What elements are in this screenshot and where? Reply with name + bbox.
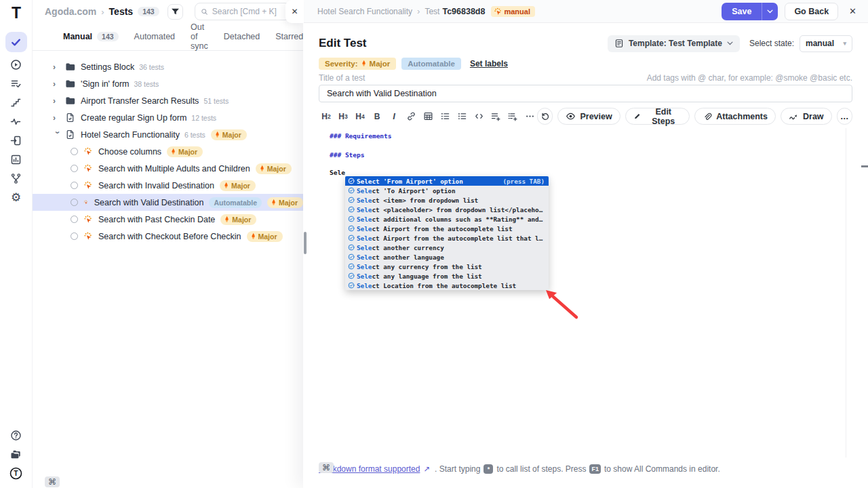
filter-button[interactable] <box>167 4 183 20</box>
format-bullet-list-button[interactable] <box>454 108 469 125</box>
format-italic-button[interactable]: I <box>387 108 401 125</box>
autocomplete-item[interactable]: Select <placeholder> from dropdown list<… <box>345 205 549 214</box>
suite-row[interactable]: ›Settings Block36 tests <box>33 58 303 75</box>
item-text: ct additional columns such as **Rating**… <box>372 216 542 223</box>
format-ordered-list-button[interactable] <box>437 108 452 125</box>
tab-manual[interactable]: Manual143 <box>63 32 119 41</box>
tree-item-meta: 36 tests <box>139 63 164 71</box>
format-add-numbered-steps-button[interactable] <box>505 108 520 125</box>
breadcrumb-suite[interactable]: Hotel Search Functionality <box>317 7 412 16</box>
format-h4-button[interactable]: H4 <box>353 108 368 125</box>
test-row[interactable]: Search with Past Checkin DateMajor <box>33 211 303 228</box>
markdown-help-link[interactable]: Markdown format supported <box>319 464 420 474</box>
severity-badge[interactable]: Severity: Major <box>319 58 396 70</box>
tab-detached[interactable]: Detached <box>224 32 260 41</box>
format-h2-button[interactable]: H2 <box>319 108 334 125</box>
chevron-right-icon[interactable]: › <box>53 96 62 106</box>
test-row[interactable]: Choose columnsMajor <box>33 143 303 160</box>
projects-icon[interactable] <box>5 445 27 464</box>
runs-icon[interactable] <box>5 55 27 74</box>
step-check-icon <box>348 187 355 194</box>
format-add-step-list-button[interactable] <box>488 108 503 125</box>
analytics-icon[interactable] <box>5 112 27 131</box>
step-check-icon <box>348 263 355 270</box>
save-button[interactable]: Save <box>722 3 762 20</box>
save-options-button[interactable] <box>762 3 778 20</box>
autocomplete-item[interactable]: Select <item> from dropdown list <box>345 195 549 205</box>
select-state-label: Select state: <box>749 39 794 48</box>
tree-item-label: Search with Past Checkin Date <box>98 215 215 224</box>
chevron-right-icon[interactable]: › <box>53 113 62 123</box>
autocomplete-item[interactable]: Select any currency from the list <box>345 262 549 271</box>
search-box[interactable] <box>195 3 290 20</box>
automatable-badge[interactable]: Automatable <box>401 58 461 70</box>
flame-icon <box>223 182 229 189</box>
autocomplete-item[interactable]: Select another currency <box>345 243 549 252</box>
autocomplete-item[interactable]: Select Airport from the autocomplete lis… <box>345 233 549 243</box>
suite-row[interactable]: ›Airport Transfer Search Results51 tests <box>33 92 303 109</box>
reports-icon[interactable] <box>5 150 27 169</box>
--button[interactable]: … <box>837 108 852 125</box>
suite-row[interactable]: ›'Sign in' form38 tests <box>33 75 303 92</box>
autocomplete-item[interactable]: Select Location from the autocomplete li… <box>345 281 549 290</box>
format-table-button[interactable] <box>420 108 435 125</box>
test-row[interactable]: Search with Multiple Adults and Children… <box>33 160 303 177</box>
history-button[interactable] <box>537 108 553 125</box>
test-title-input[interactable] <box>319 85 852 102</box>
set-labels-link[interactable]: Set labels <box>470 59 508 68</box>
search-input[interactable] <box>212 7 284 16</box>
state-select[interactable]: manual ▾ <box>800 35 852 52</box>
test-row[interactable]: Search with Valid DestinationAutomatable… <box>33 194 303 211</box>
test-status-circle <box>71 216 78 223</box>
help-icon[interactable] <box>5 426 27 445</box>
breadcrumb-section[interactable]: Tests <box>109 6 134 17</box>
severity-label: Major <box>222 131 241 139</box>
test-plans-icon[interactable] <box>5 74 27 93</box>
draw-button[interactable]: Draw <box>781 108 832 125</box>
markdown-editor[interactable]: ### Requirements ### Steps Sele Select '… <box>319 125 852 458</box>
autocomplete-item[interactable]: Select additional columns such as **Rati… <box>345 214 549 224</box>
pulls-icon[interactable] <box>5 131 27 150</box>
profile-icon[interactable]: T <box>5 464 27 483</box>
tree-item-label: Airport Transfer Search Results <box>81 96 199 106</box>
chevron-down-icon[interactable]: › <box>53 131 62 140</box>
chevron-right-icon[interactable]: › <box>53 79 62 89</box>
edit-steps-button[interactable]: Edit Steps <box>625 108 690 125</box>
test-row[interactable]: Search with Invalid DestinationMajor <box>33 177 303 194</box>
format-more-button[interactable] <box>522 108 537 125</box>
autocomplete-item[interactable]: Select any language from the list <box>345 271 549 281</box>
test-row[interactable]: Search with Checkout Before CheckinMajor <box>33 228 303 245</box>
autocomplete-item[interactable]: Select Airport from the autocomplete lis… <box>345 224 549 233</box>
tree-item-label: 'Sign in' form <box>81 79 129 89</box>
tree-scrollbar-thumb[interactable] <box>304 232 307 254</box>
suite-row[interactable]: ›Hotel Search Functionality6 testsMajor <box>33 126 303 143</box>
steps-icon[interactable] <box>5 93 27 112</box>
tab-starred[interactable]: Starred <box>275 32 303 41</box>
preview-button[interactable]: Preview <box>557 108 620 125</box>
suite-row[interactable]: ›Create regular Sign Up form12 tests <box>33 109 303 126</box>
editor-scrollbar-thumb[interactable] <box>861 165 868 167</box>
breadcrumb-project[interactable]: Agoda.com <box>45 6 96 17</box>
go-back-button[interactable]: Go Back <box>785 3 838 20</box>
attachments-button[interactable]: Attachments <box>694 108 776 125</box>
autocomplete-item[interactable]: Select 'From Airport' option(press TAB) <box>345 176 549 186</box>
autocomplete-item[interactable]: Select another language <box>345 252 549 262</box>
format-h3-button[interactable]: H3 <box>336 108 351 125</box>
action-label: Edit Steps <box>645 107 682 126</box>
format-bold-button[interactable]: B <box>370 108 384 125</box>
funnel-icon <box>170 7 180 17</box>
format-link-button[interactable] <box>403 108 418 125</box>
format-code-button[interactable] <box>471 108 486 125</box>
tests-icon[interactable] <box>5 32 27 52</box>
chevron-right-icon[interactable]: › <box>53 62 62 72</box>
matched-prefix: Sele <box>357 197 372 204</box>
autocomplete-item[interactable]: Select 'To Airport' option <box>345 186 549 195</box>
collapse-panel-button[interactable]: ✕ <box>285 0 304 23</box>
tab-out-of-sync[interactable]: Out of sync <box>191 22 208 51</box>
close-overlay-button[interactable]: ✕ <box>849 6 856 16</box>
branches-icon[interactable] <box>5 169 27 188</box>
settings-icon[interactable]: ⚙ <box>5 188 27 207</box>
matched-prefix: Sele <box>357 206 372 214</box>
tab-automated[interactable]: Automated <box>134 32 175 41</box>
template-button[interactable]: Template: Test Template <box>608 35 740 52</box>
